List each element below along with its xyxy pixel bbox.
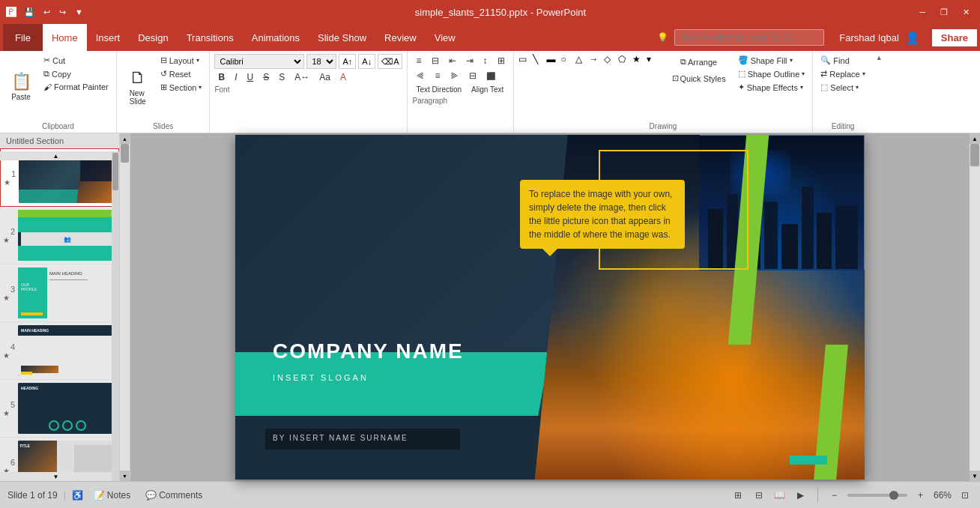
scroll-thumb[interactable] [121,144,129,163]
align-text-button[interactable]: Align Text [468,84,507,95]
slide-item-5[interactable]: 5 ★ HEADING [0,380,119,438]
bullets-button[interactable]: ≡ [412,54,425,67]
slide-item-3[interactable]: 3 ★ MAIN HEADING──────────── OURPROFILE [0,264,119,322]
font-color-button[interactable]: A [336,70,350,84]
text-direction-button[interactable]: Text Direction [412,84,465,95]
copy-button[interactable]: ⧉ Copy [40,67,112,80]
slide-sorter-button[interactable]: ⊟ [751,488,766,503]
minimize-button[interactable]: ─ [915,6,930,18]
shadow-button[interactable]: S [275,70,288,84]
shape-outline-button[interactable]: ⬚ Shape Outline ▾ [735,67,808,80]
change-case-button[interactable]: Aa [315,70,334,84]
normal-view-button[interactable]: ⊞ [731,488,745,503]
increase-indent-button[interactable]: ⇥ [462,54,477,67]
menu-insert[interactable]: Insert [87,24,130,51]
slide-item-4[interactable]: 4 ★ MAIN HEADING [0,322,119,380]
justify-button[interactable]: ⊟ [465,69,480,82]
section-button[interactable]: ⊞ Section ▾ [157,81,205,94]
comments-button[interactable]: 💬 Comments [141,489,207,502]
arrange-button[interactable]: ⧉ Arrange [668,54,731,70]
shape-fill-button[interactable]: 🪣 Shape Fill ▾ [735,54,808,67]
slide-scroll-up[interactable]: ▲ [0,151,112,160]
line-spacing-button[interactable]: ↕ [480,54,491,67]
decrease-font-button[interactable]: A↓ [358,54,375,69]
underline-button[interactable]: U [243,70,257,84]
shape-rect[interactable]: ▭ [518,54,532,64]
shape-diamond[interactable]: ◇ [604,54,617,64]
align-right-button[interactable]: ⫸ [447,69,463,82]
company-name-text[interactable]: COMPANY NAME [273,339,464,363]
shape-star[interactable]: ★ [632,54,646,64]
zoom-in-button[interactable]: + [913,489,928,502]
scroll-down-btn[interactable]: ▼ [120,471,130,481]
slideshow-button[interactable]: ▶ [793,488,808,503]
shape-arrow[interactable]: → [590,54,603,64]
scroll-bottom-btn[interactable]: ▼ [970,471,980,481]
zoom-slider-thumb[interactable] [889,491,898,500]
bold-button[interactable]: B [214,70,229,84]
presenter-text[interactable]: BY INSERT NAME SURNAME [273,434,408,442]
redo-button[interactable]: ↪ [56,6,69,19]
italic-button[interactable]: I [231,70,241,84]
shape-triangle[interactable]: △ [575,54,589,64]
share-button[interactable]: Share [932,29,977,46]
smart-art-button[interactable]: ⬛ [483,70,499,82]
save-button[interactable]: 💾 [21,6,37,19]
customize-button[interactable]: ▼ [72,6,86,19]
find-button[interactable]: 🔍 Find [817,54,868,67]
replace-button[interactable]: ⇄ Replace ▾ [817,67,868,80]
font-name-select[interactable]: Calibri [214,54,304,69]
cut-button[interactable]: ✂ Cut [40,54,112,67]
align-left-button[interactable]: ⫷ [412,69,429,82]
font-size-select[interactable]: 18 [306,54,336,69]
increase-font-button[interactable]: A↑ [339,54,356,69]
slide-scroll-down[interactable]: ▼ [0,472,112,481]
collapse-ribbon-button[interactable]: ▲ [874,54,884,61]
undo-button[interactable]: ↩ [40,6,53,19]
slide-item-2[interactable]: 2 ★ 👥 ✕ [0,207,119,264]
char-spacing-button[interactable]: A↔ [291,70,313,84]
scroll-top-btn[interactable]: ▲ [970,133,980,144]
numbering-button[interactable]: ⊟ [428,54,443,67]
shape-effects-button[interactable]: ✦ Shape Effects ▾ [735,81,808,94]
shape-oval[interactable]: ○ [561,54,575,64]
quick-styles-button[interactable]: ⊡ Quick Styles [668,70,731,86]
select-button[interactable]: ⬚ Select ▾ [817,81,868,94]
scroll-up-btn[interactable]: ▲ [120,133,130,144]
menu-design[interactable]: Design [129,24,177,51]
slogan-text[interactable]: INSERT SLOGAN [273,373,369,382]
menu-review[interactable]: Review [375,24,426,51]
reading-view-button[interactable]: 📖 [772,488,787,503]
slide-scrollbar-thumb[interactable] [112,153,118,190]
format-painter-button[interactable]: 🖌 Format Painter [40,81,112,93]
shapes-more[interactable]: ▾ [647,54,660,64]
layout-button[interactable]: ⊟ Layout ▾ [157,54,205,67]
zoom-out-button[interactable]: − [827,489,841,502]
reset-button[interactable]: ↺ Reset [157,67,205,80]
new-slide-button[interactable]: 🗋 New Slide [121,54,154,119]
menu-file[interactable]: File [3,24,43,51]
menu-animations[interactable]: Animations [243,24,309,51]
menu-view[interactable]: View [426,24,465,51]
align-center-button[interactable]: ≡ [431,69,444,82]
columns-button[interactable]: ⊞ [494,54,509,67]
notes-button[interactable]: 📝 Notes [89,489,135,502]
slide-canvas[interactable]: COMPANY NAME INSERT SLOGAN BY INSERT NAM… [235,135,865,480]
shape-rect2[interactable]: ▬ [547,54,560,64]
clear-format-button[interactable]: ⌫A [378,54,402,69]
restore-button[interactable]: ❐ [936,6,952,19]
menu-slideshow[interactable]: Slide Show [309,24,375,51]
decrease-indent-button[interactable]: ⇤ [445,54,460,67]
close-button[interactable]: ✕ [958,6,974,19]
scrollbar-thumb[interactable] [970,144,979,166]
zoom-slider[interactable] [847,494,907,497]
strikethrough-button[interactable]: S [259,70,273,84]
menu-home[interactable]: Home [43,24,87,51]
shape-pentagon[interactable]: ⬠ [618,54,632,64]
slide-panel-scrollbar[interactable] [112,151,119,481]
shape-line[interactable]: ╲ [533,54,546,64]
menu-transitions[interactable]: Transitions [178,24,243,51]
paste-button[interactable]: 📋 Paste [4,54,37,119]
search-input[interactable] [674,29,824,46]
fit-slide-button[interactable]: ⊡ [958,488,973,503]
